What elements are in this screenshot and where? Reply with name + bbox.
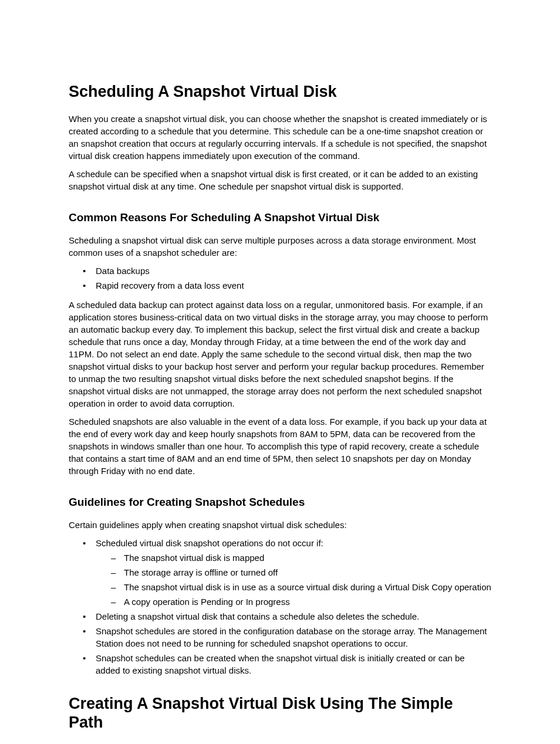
body-paragraph: A scheduled data backup can protect agai… [69,299,491,410]
list-item: Scheduled virtual disk snapshot operatio… [69,537,491,608]
list-item: Deleting a snapshot virtual disk that co… [69,610,491,623]
list-item: The snapshot virtual disk is mapped [96,552,491,564]
bullet-list: Scheduled virtual disk snapshot operatio… [69,537,491,677]
list-item: Snapshot schedules can be created when t… [69,652,491,677]
document-page: Scheduling A Snapshot Virtual Disk When … [0,0,560,744]
section-heading-guidelines: Guidelines for Creating Snapshot Schedul… [69,496,491,509]
section-heading-creating-simple-path: Creating A Snapshot Virtual Disk Using T… [69,694,491,732]
body-paragraph: Scheduled snapshots are also valuable in… [69,415,491,477]
list-item: Snapshot schedules are stored in the con… [69,625,491,650]
list-item: A copy operation is Pending or In progre… [96,596,491,608]
body-paragraph: Scheduling a snapshot virtual disk can s… [69,234,491,259]
list-item-text: Scheduled virtual disk snapshot operatio… [96,538,323,548]
list-item: The storage array is offline or turned o… [96,566,491,579]
list-item: The snapshot virtual disk is in use as a… [96,581,491,593]
list-item: Data backups [69,265,491,277]
list-item: Rapid recovery from a data loss event [69,279,491,292]
dash-list: The snapshot virtual disk is mapped The … [96,552,491,608]
bullet-list: Data backups Rapid recovery from a data … [69,265,491,292]
section-heading-scheduling: Scheduling A Snapshot Virtual Disk [69,82,491,101]
body-paragraph: A schedule can be specified when a snaps… [69,168,491,192]
body-paragraph: When you create a snapshot virtual disk,… [69,113,491,162]
body-paragraph: Certain guidelines apply when creating s… [69,519,491,531]
section-heading-common-reasons: Common Reasons For Scheduling A Snapshot… [69,211,491,225]
